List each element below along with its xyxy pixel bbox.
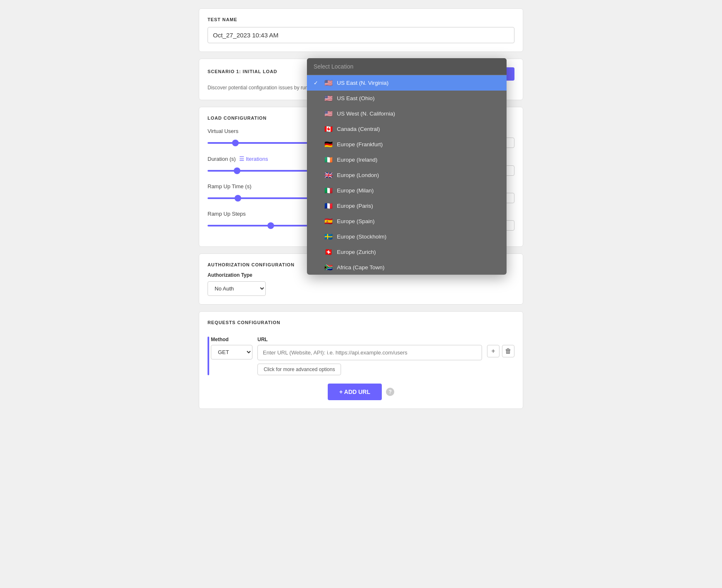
location-item-us-west-n-california[interactable]: 🇺🇸US West (N. California) xyxy=(307,106,507,121)
location-flag-europe-milan: 🇮🇹 xyxy=(324,187,333,194)
test-name-card: TEST NAME xyxy=(199,8,523,52)
location-name-africa-cape-town: Africa (Cape Town) xyxy=(337,264,500,271)
location-flag-europe-ireland: 🇮🇪 xyxy=(324,156,333,164)
delete-request-button[interactable]: 🗑 xyxy=(502,345,514,357)
test-name-label: TEST NAME xyxy=(208,17,514,22)
location-name-europe-milan: Europe (Milan) xyxy=(337,187,500,194)
location-name-us-east-n-virginia: US East (N. Virginia) xyxy=(337,80,500,86)
iterations-toggle[interactable]: ☰ Iterations xyxy=(239,155,268,162)
requests-config-label: REQUESTS CONFIGURATION xyxy=(208,320,280,325)
auth-type-select[interactable]: No Auth Basic Auth Bearer Token OAuth 2.… xyxy=(208,281,266,296)
location-flag-us-west-n-california: 🇺🇸 xyxy=(324,110,333,118)
method-label: Method xyxy=(211,337,252,342)
location-flag-europe-paris: 🇫🇷 xyxy=(324,202,333,210)
url-col: URL Click for more advanced options xyxy=(257,337,482,375)
method-col: Method GET POST PUT DELETE PATCH xyxy=(211,337,252,359)
advanced-options-button[interactable]: Click for more advanced options xyxy=(257,364,341,375)
scenario-label: SCENARIO 1: INITIAL LOAD xyxy=(208,69,277,74)
location-name-europe-ireland: Europe (Ireland) xyxy=(337,157,500,163)
location-flag-europe-spain: 🇪🇸 xyxy=(324,217,333,225)
location-item-africa-cape-town[interactable]: 🇿🇦Africa (Cape Town) xyxy=(307,260,507,275)
request-row-border xyxy=(208,337,209,375)
location-name-europe-zurich: Europe (Zurich) xyxy=(337,249,500,255)
location-flag-us-east-n-virginia: 🇺🇸 xyxy=(324,79,333,87)
location-item-us-east-n-virginia[interactable]: ✓🇺🇸US East (N. Virginia) xyxy=(307,75,507,91)
location-item-canada-central[interactable]: 🇨🇦Canada (Central) xyxy=(307,121,507,137)
add-request-button[interactable]: + xyxy=(487,345,499,357)
add-url-button[interactable]: + ADD URL xyxy=(328,384,382,400)
location-name-europe-frankfurt: Europe (Frankfurt) xyxy=(337,141,500,148)
location-flag-europe-london: 🇬🇧 xyxy=(324,171,333,179)
trash-icon: 🗑 xyxy=(505,347,512,355)
url-label: URL xyxy=(257,337,482,342)
location-item-europe-ireland[interactable]: 🇮🇪Europe (Ireland) xyxy=(307,152,507,167)
location-name-us-west-n-california: US West (N. California) xyxy=(337,111,500,117)
location-flag-europe-stockholm: 🇸🇪 xyxy=(324,233,333,241)
location-name-europe-paris: Europe (Paris) xyxy=(337,203,500,209)
location-flag-canada-central: 🇨🇦 xyxy=(324,125,333,133)
location-name-canada-central: Canada (Central) xyxy=(337,126,500,132)
location-search-input[interactable] xyxy=(314,63,500,70)
main-container: TEST NAME SCENARIO 1: INITIAL LOAD Apply… xyxy=(199,8,523,409)
location-flag-europe-zurich: 🇨🇭 xyxy=(324,248,333,256)
location-name-europe-spain: Europe (Spain) xyxy=(337,218,500,224)
request-row: Method GET POST PUT DELETE PATCH URL Cli… xyxy=(208,337,514,375)
test-name-input[interactable] xyxy=(208,27,514,43)
location-flag-europe-frankfurt: 🇩🇪 xyxy=(324,140,333,148)
location-name-europe-stockholm: Europe (Stockholm) xyxy=(337,234,500,240)
location-item-europe-paris[interactable]: 🇫🇷Europe (Paris) xyxy=(307,198,507,214)
plus-icon: + xyxy=(491,347,495,355)
location-item-europe-spain[interactable]: 🇪🇸Europe (Spain) xyxy=(307,214,507,229)
requests-config-card: REQUESTS CONFIGURATION Method GET POST P… xyxy=(199,311,523,409)
method-select[interactable]: GET POST PUT DELETE PATCH xyxy=(211,345,252,359)
help-icon[interactable]: ? xyxy=(386,388,394,396)
location-list[interactable]: ✓🇺🇸US East (N. Virginia)🇺🇸US East (Ohio)… xyxy=(307,75,507,275)
location-name-us-east-ohio: US East (Ohio) xyxy=(337,95,500,101)
location-item-us-east-ohio[interactable]: 🇺🇸US East (Ohio) xyxy=(307,91,507,106)
location-item-europe-frankfurt[interactable]: 🇩🇪Europe (Frankfurt) xyxy=(307,137,507,152)
location-item-europe-zurich[interactable]: 🇨🇭Europe (Zurich) xyxy=(307,244,507,260)
location-search-bar xyxy=(307,58,507,75)
location-flag-us-east-ohio: 🇺🇸 xyxy=(324,94,333,102)
location-item-europe-london[interactable]: 🇬🇧Europe (London) xyxy=(307,167,507,183)
add-url-section: + ADD URL ? xyxy=(208,384,514,400)
location-dropdown: ✓🇺🇸US East (N. Virginia)🇺🇸US East (Ohio)… xyxy=(307,58,507,275)
location-item-europe-milan[interactable]: 🇮🇹Europe (Milan) xyxy=(307,183,507,198)
url-input[interactable] xyxy=(257,345,482,360)
location-item-europe-stockholm[interactable]: 🇸🇪Europe (Stockholm) xyxy=(307,229,507,244)
requests-config-header: REQUESTS CONFIGURATION xyxy=(208,320,514,330)
location-flag-africa-cape-town: 🇿🇦 xyxy=(324,263,333,271)
location-name-europe-london: Europe (London) xyxy=(337,172,500,178)
location-check-us-east-n-virginia: ✓ xyxy=(314,80,320,86)
icon-btn-group: + 🗑 xyxy=(487,337,514,357)
